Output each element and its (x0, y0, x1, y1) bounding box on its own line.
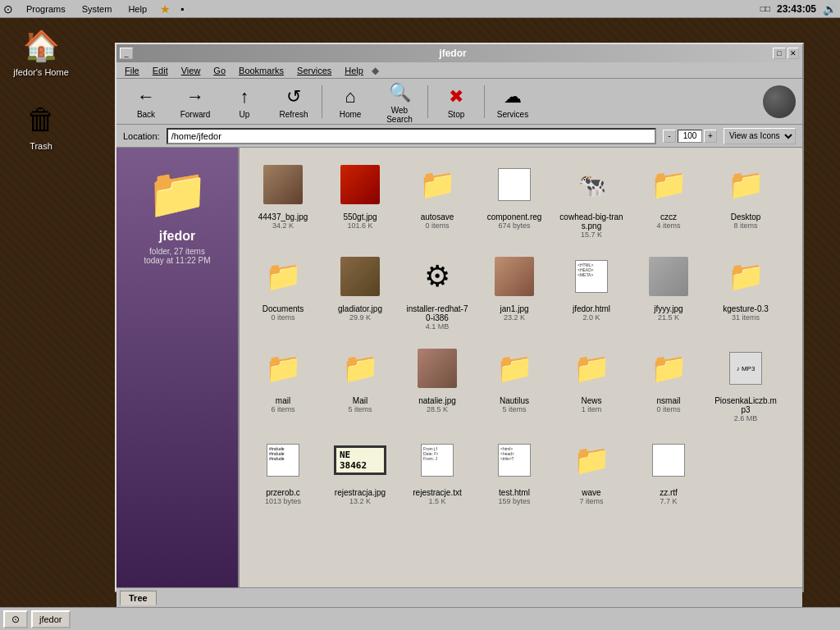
top-system-bar: ⊙ Programs System Help ★ ▪ □□ 23:43:05 🔊 (0, 0, 840, 18)
zoom-controls: - 100 + (663, 130, 717, 143)
file-name: News (581, 396, 601, 405)
websearch-icon: 🔍 (386, 80, 413, 106)
file-item[interactable]: #include#include#include przerob.c 1013 … (246, 430, 320, 509)
file-item[interactable]: 📁 Nautilus 5 items (477, 338, 551, 427)
view-mode-select[interactable]: View as Icons View as List (724, 128, 796, 144)
home-toolbar-icon: ⌂ (337, 84, 363, 110)
file-item[interactable]: <html><head><title>T test.html 159 bytes (477, 430, 551, 509)
zoom-out-button[interactable]: - (663, 130, 676, 143)
file-item[interactable]: <HTML><HEAD><META> jfedor.html 2.0 K (555, 246, 628, 335)
folder-icon: 📁 (642, 342, 695, 395)
menu-system[interactable]: System (79, 2, 116, 16)
file-item[interactable]: 📁 Desktop 8 items (709, 154, 783, 243)
file-item[interactable]: NE 38462 rejestracja.jpg 13.2 K (323, 430, 397, 509)
file-name: wave (582, 488, 600, 497)
desktop-icon-trash[interactable]: 🗑 Trash (8, 100, 74, 151)
taskbar-apps-button[interactable]: ⊙ (3, 610, 28, 628)
desktop-icon-home[interactable]: 🏠 jfedor's Home (8, 26, 74, 77)
file-item[interactable]: jfyyy.jpg 21.5 K (632, 246, 705, 335)
toolbar-forward-button[interactable]: → Forward (172, 81, 218, 121)
window-minimize-button[interactable]: _ (120, 48, 133, 59)
file-item[interactable]: 📁 kgesture-0.3 31 items (709, 246, 783, 335)
file-item[interactable]: natalie.jpg 28.5 K (400, 338, 474, 427)
file-size: 674 bytes (498, 221, 530, 230)
menu-view[interactable]: View (176, 64, 206, 77)
toolbar-websearch-button[interactable]: 🔍 Web Search (377, 77, 422, 126)
location-input[interactable] (167, 128, 656, 144)
file-item[interactable]: jan1.jpg 23.2 K (477, 246, 551, 335)
file-item[interactable]: component.reg 674 bytes (477, 154, 551, 243)
toolbar-home-button[interactable]: ⌂ Home (327, 81, 373, 121)
file-item[interactable]: 📁 Mail 5 items (323, 338, 397, 427)
toolbar-separator-1 (322, 85, 322, 118)
file-icon: ♪ MP3 (719, 342, 772, 395)
zoom-in-button[interactable]: + (704, 130, 717, 143)
taskbar-window-button[interactable]: jfedor (31, 610, 71, 628)
tray-icon: □□ (760, 4, 770, 13)
file-icon: NE 38462 (334, 434, 386, 486)
file-item[interactable]: From j.fDate: FrFrom: J rejestracje.txt … (400, 430, 474, 509)
file-item[interactable]: 🐄 cowhead-big-trans.png 15.7 K (555, 154, 628, 243)
file-size: 21.5 K (658, 313, 679, 322)
file-item[interactable]: 📁 czcz 4 items (632, 154, 705, 243)
file-size: 1.5 K (428, 497, 445, 505)
file-item[interactable]: 44437_bg.jpg 34.2 K (246, 154, 320, 243)
file-size: 7 items (579, 497, 603, 505)
file-item[interactable]: 📁 Documents 0 items (246, 246, 320, 335)
services-icon: ☁ (500, 84, 526, 110)
file-item[interactable]: 📁 News 1 item (555, 338, 628, 427)
file-name: jfyyy.jpg (654, 304, 682, 313)
file-size: 15.7 K (581, 231, 602, 239)
toolbar-stop-button[interactable]: ✖ Stop (433, 81, 479, 121)
menu-help[interactable]: Help (340, 64, 368, 77)
menu-go[interactable]: Go (208, 64, 231, 77)
file-icon (411, 342, 463, 395)
refresh-label: Refresh (279, 110, 308, 119)
window-close-button[interactable]: ✕ (788, 48, 799, 59)
file-name: Documents (262, 304, 304, 313)
toolbar-services-button[interactable]: ☁ Services (490, 81, 536, 121)
folder-icon: 📁 (719, 158, 772, 211)
stop-label: Stop (448, 110, 465, 119)
file-item[interactable]: 📁 nsmail 0 items (632, 338, 705, 427)
back-icon: ← (133, 84, 159, 110)
file-icon: <html><head><title>T (488, 434, 541, 486)
file-icon (488, 250, 541, 303)
file-name: czcz (660, 212, 677, 221)
file-item[interactable]: 📁 autosave 0 items (400, 154, 474, 243)
menu-help[interactable]: Help (125, 2, 150, 16)
c-file-icon: #include#include#include (267, 444, 299, 477)
toolbar-up-button[interactable]: ↑ Up (221, 81, 267, 121)
file-grid: 44437_bg.jpg 34.2 K 550gt.jpg 101.6 K 📁 … (240, 148, 802, 587)
file-size: 8 items (733, 221, 757, 230)
file-name: Desktop (731, 212, 761, 221)
os-logo-icon: ⊙ (3, 2, 13, 16)
star-icon: ★ (160, 2, 171, 16)
toolbar-back-button[interactable]: ← Back (123, 81, 169, 121)
file-item[interactable]: 550gt.jpg 101.6 K (323, 154, 397, 243)
file-item[interactable]: 📁 wave 7 items (555, 430, 628, 509)
menu-file[interactable]: File (120, 64, 144, 77)
file-size: 0 items (425, 221, 449, 230)
window-resize-button[interactable]: □ (773, 48, 786, 59)
file-item[interactable]: ⚙ installer-redhat-70-i386 4.1 MB (400, 246, 474, 335)
menu-bookmarks[interactable]: Bookmarks (234, 64, 289, 77)
file-item[interactable]: gladiator.jpg 29.9 K (323, 246, 397, 335)
forward-icon: → (182, 84, 208, 110)
system-clock: 23:43:05 (777, 3, 816, 15)
toolbar-refresh-button[interactable]: ↺ Refresh (271, 81, 317, 121)
menu-programs[interactable]: Programs (23, 2, 69, 16)
file-name: rejestracje.txt (413, 488, 461, 497)
folder-icon: 📁 (257, 250, 309, 303)
file-icon: <HTML><HEAD><META> (565, 250, 618, 303)
tab-tree[interactable]: Tree (120, 591, 157, 605)
file-item[interactable]: zz.rtf 7.7 K (632, 430, 705, 509)
window-controls: □ ✕ (773, 48, 799, 59)
window-titlebar: _ jfedor □ ✕ (116, 44, 802, 62)
up-label: Up (240, 110, 250, 119)
file-item[interactable]: 📁 mail 6 items (246, 338, 320, 427)
file-item[interactable]: ♪ MP3 PiosenkaLiczb.mp3 2.6 MB (709, 338, 783, 427)
file-name: Nautilus (500, 396, 529, 405)
menu-services[interactable]: Services (292, 64, 336, 77)
menu-edit[interactable]: Edit (148, 64, 173, 77)
